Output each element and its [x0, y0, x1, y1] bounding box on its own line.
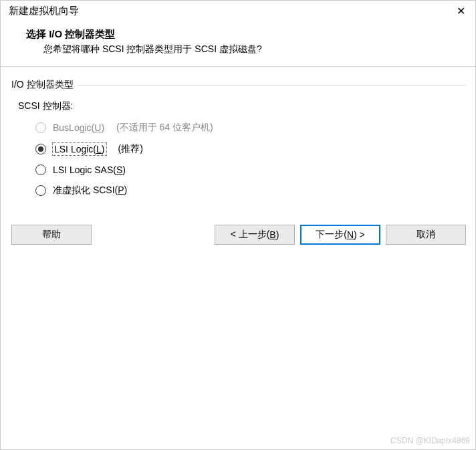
radio-icon — [35, 185, 46, 196]
page-title: 选择 I/O 控制器类型 — [26, 28, 466, 41]
watermark-text: CSDN @KIDaptx4869 — [390, 436, 470, 445]
close-icon[interactable]: ✕ — [453, 5, 469, 17]
wizard-footer: 帮助 < 上一步(B) 下一步(N) > 取消 — [1, 217, 476, 255]
wizard-header: 选择 I/O 控制器类型 您希望将哪种 SCSI 控制器类型用于 SCSI 虚拟… — [1, 21, 476, 66]
radio-label: BusLogic(U) — [53, 122, 104, 133]
back-button[interactable]: < 上一步(B) — [215, 225, 295, 245]
page-subtitle: 您希望将哪种 SCSI 控制器类型用于 SCSI 虚拟磁盘? — [43, 43, 466, 55]
window-title: 新建虚拟机向导 — [9, 5, 79, 17]
content-area: I/O 控制器类型 SCSI 控制器: BusLogic(U) (不适用于 64… — [1, 67, 476, 217]
fieldset-rule — [78, 85, 466, 86]
radio-label: LSI Logic SAS(S) — [53, 164, 126, 175]
radio-note: (不适用于 64 位客户机) — [116, 122, 213, 134]
radio-label: 准虚拟化 SCSI(P) — [53, 185, 127, 197]
controller-label: SCSI 控制器: — [18, 100, 466, 112]
radio-label: LSI Logic(L) — [53, 143, 106, 155]
radio-paravirtual-scsi[interactable]: 准虚拟化 SCSI(P) — [35, 185, 466, 197]
scsi-radio-group: BusLogic(U) (不适用于 64 位客户机) LSI Logic(L) … — [35, 122, 466, 197]
footer-right-group: < 上一步(B) 下一步(N) > 取消 — [215, 225, 466, 245]
controller-fieldset: I/O 控制器类型 SCSI 控制器: BusLogic(U) (不适用于 64… — [11, 79, 466, 197]
radio-lsi-logic[interactable]: LSI Logic(L) (推荐) — [35, 143, 466, 155]
radio-icon — [35, 144, 46, 154]
radio-icon — [35, 122, 46, 133]
radio-note: (推荐) — [118, 143, 143, 155]
radio-lsi-logic-sas[interactable]: LSI Logic SAS(S) — [35, 164, 466, 175]
radio-icon — [35, 164, 46, 175]
titlebar: 新建虚拟机向导 ✕ — [1, 1, 476, 21]
radio-buslogic[interactable]: BusLogic(U) (不适用于 64 位客户机) — [35, 122, 466, 134]
cancel-button[interactable]: 取消 — [386, 225, 466, 245]
help-button[interactable]: 帮助 — [11, 225, 92, 245]
next-button[interactable]: 下一步(N) > — [300, 225, 380, 245]
fieldset-legend: I/O 控制器类型 — [11, 79, 74, 91]
